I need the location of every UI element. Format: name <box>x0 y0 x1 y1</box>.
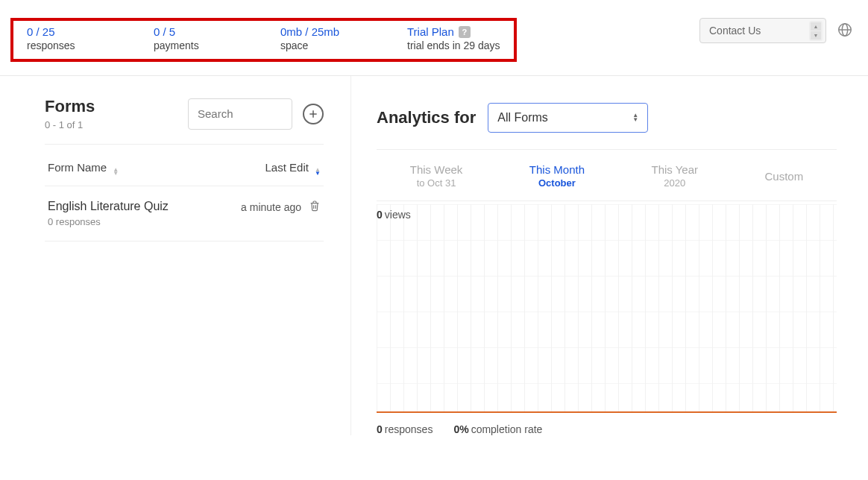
views-text: views <box>385 209 411 221</box>
tab-year-line2: 2020 <box>651 177 698 189</box>
form-edited: a minute ago <box>241 201 301 213</box>
tab-custom-label: Custom <box>765 170 804 183</box>
stat-space-value: 0mb / 25mb <box>280 25 362 38</box>
stat-space-label: space <box>280 40 362 51</box>
col-last-edit-label: Last Edit <box>265 161 309 174</box>
select-spinner-icon: ▲▼ <box>809 21 823 41</box>
sort-icon: ▲▼ <box>113 168 119 175</box>
forms-range: 0 - 1 of 1 <box>45 119 95 130</box>
stat-payments: 0 / 5 payments <box>154 25 236 51</box>
tab-custom[interactable]: Custom <box>765 163 804 189</box>
stat-plan-name: Trial Plan <box>407 25 454 38</box>
stat-payments-value: 0 / 5 <box>154 25 236 38</box>
stat-responses-value: 0 / 25 <box>27 25 109 38</box>
forms-filter-label: All Forms <box>497 111 548 124</box>
forms-title: Forms <box>45 97 95 116</box>
forms-filter-select[interactable]: All Forms ▲▼ <box>488 103 648 133</box>
form-row-left: English Literature Quiz 0 responses <box>48 200 169 227</box>
stat-responses-summary: 0responses <box>377 423 433 435</box>
chevron-updown-icon: ▲▼ <box>632 113 638 122</box>
form-row[interactable]: English Literature Quiz 0 responses a mi… <box>45 186 324 241</box>
col-form-name[interactable]: Form Name ▲▼ <box>48 161 119 175</box>
usage-stats-box: 0 / 25 responses 0 / 5 payments 0mb / 25… <box>10 18 517 62</box>
trash-icon[interactable] <box>309 200 321 214</box>
responses-count: 0 <box>377 423 383 435</box>
form-responses: 0 responses <box>48 216 169 227</box>
stat-responses-label: responses <box>27 40 109 51</box>
sort-icon: ▲▼ <box>315 168 321 175</box>
forms-title-block: Forms 0 - 1 of 1 <box>45 97 95 130</box>
forms-panel: Forms 0 - 1 of 1 Form Name ▲▼ Last Edit … <box>0 76 350 435</box>
tab-month-line1: This Month <box>529 163 585 176</box>
tab-month-line2: October <box>529 177 585 189</box>
form-row-right: a minute ago <box>241 200 321 214</box>
stat-space: 0mb / 25mb space <box>280 25 362 51</box>
top-bar: 0 / 25 responses 0 / 5 payments 0mb / 25… <box>0 0 868 76</box>
form-name: English Literature Quiz <box>48 200 169 213</box>
responses-label: responses <box>385 423 433 435</box>
stat-responses: 0 / 25 responses <box>27 25 109 51</box>
tab-week-line2: to Oct 31 <box>410 177 463 189</box>
views-count: 0 <box>377 209 383 221</box>
forms-header: Forms 0 - 1 of 1 <box>45 97 324 145</box>
stat-plan: Trial Plan ? trial ends in 29 days <box>407 25 500 51</box>
completion-count: 0% <box>453 423 468 435</box>
tab-week-line1: This Week <box>410 163 463 176</box>
date-range-tabs: This Week to Oct 31 This Month October T… <box>377 150 837 201</box>
views-chart: 0views <box>377 204 837 413</box>
bottom-stats: 0responses 0%completion rate <box>377 413 837 435</box>
tab-this-month[interactable]: This Month October <box>529 163 585 189</box>
search-input[interactable] <box>188 98 292 130</box>
add-form-button[interactable] <box>303 104 324 124</box>
stat-plan-label: trial ends in 29 days <box>407 40 500 51</box>
contact-us-label: Contact Us <box>709 25 761 37</box>
analytics-header: Analytics for All Forms ▲▼ <box>377 103 837 150</box>
contact-us-select[interactable]: Contact Us ▲▼ <box>699 18 826 43</box>
views-label: 0views <box>377 209 411 221</box>
analytics-panel: Analytics for All Forms ▲▼ This Week to … <box>350 76 868 435</box>
globe-icon[interactable] <box>837 22 853 40</box>
stat-plan-value: Trial Plan ? <box>407 25 500 38</box>
tab-year-line1: This Year <box>651 163 698 176</box>
tab-this-week[interactable]: This Week to Oct 31 <box>410 163 463 189</box>
col-last-edit[interactable]: Last Edit ▲▼ <box>265 161 321 175</box>
col-form-name-label: Form Name <box>48 161 107 174</box>
help-icon[interactable]: ? <box>459 26 471 38</box>
stat-completion-summary: 0%completion rate <box>453 423 542 435</box>
main: Forms 0 - 1 of 1 Form Name ▲▼ Last Edit … <box>0 76 868 435</box>
tab-this-year[interactable]: This Year 2020 <box>651 163 698 189</box>
stat-payments-label: payments <box>154 40 236 51</box>
completion-label: completion rate <box>471 423 543 435</box>
forms-column-headers: Form Name ▲▼ Last Edit ▲▼ <box>45 145 324 186</box>
analytics-title: Analytics for <box>377 108 476 127</box>
top-right: Contact Us ▲▼ <box>699 18 853 43</box>
